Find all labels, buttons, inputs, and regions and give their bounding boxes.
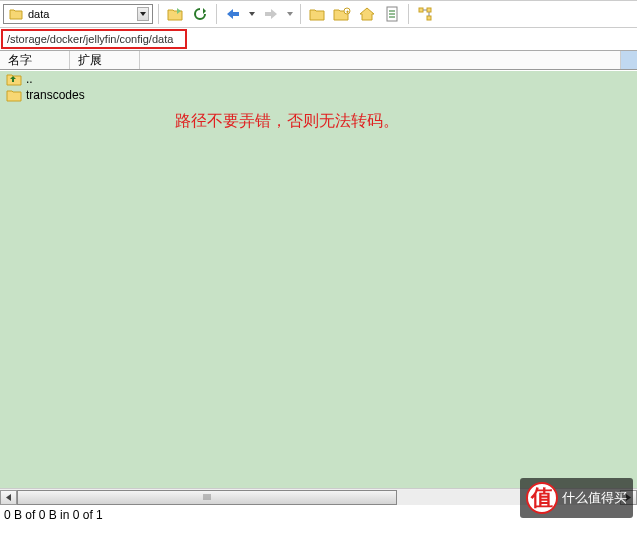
path-selector[interactable]: data: [3, 4, 153, 24]
column-name[interactable]: 名字: [0, 51, 70, 69]
folder-icon: [6, 88, 22, 102]
svg-rect-5: [427, 16, 431, 20]
watermark-text: 什么值得买: [562, 489, 627, 507]
home-button[interactable]: [356, 3, 378, 25]
svg-rect-3: [419, 8, 423, 12]
svg-rect-4: [427, 8, 431, 12]
open-folder-button[interactable]: [164, 3, 186, 25]
status-text: 0 B of 0 B in 0 of 1: [4, 508, 103, 522]
parent-folder-icon: [6, 72, 22, 86]
list-item[interactable]: ..: [0, 71, 637, 87]
watermark: 值 什么值得买: [520, 478, 633, 518]
back-dropdown[interactable]: [247, 3, 257, 25]
scroll-left-button[interactable]: [0, 490, 17, 505]
tree-view-button[interactable]: [414, 3, 436, 25]
current-folder-label: data: [28, 8, 134, 20]
column-ext[interactable]: 扩展: [70, 51, 140, 69]
column-end: [621, 51, 637, 69]
separator: [216, 4, 217, 24]
item-name: ..: [26, 72, 33, 86]
annotation-text: 路径不要弄错，否则无法转码。: [175, 111, 399, 132]
refresh-button[interactable]: [189, 3, 211, 25]
watermark-logo-icon: 值: [526, 482, 558, 514]
forward-button[interactable]: [260, 3, 282, 25]
svg-text:✦: ✦: [345, 9, 350, 15]
chevron-down-icon[interactable]: [137, 7, 149, 21]
column-header: 名字 扩展: [0, 50, 637, 70]
separator: [300, 4, 301, 24]
toolbar: data ✦: [0, 0, 637, 28]
new-folder-button[interactable]: ✦: [331, 3, 353, 25]
document-button[interactable]: [381, 3, 403, 25]
folder-button[interactable]: [306, 3, 328, 25]
forward-dropdown[interactable]: [285, 3, 295, 25]
item-name: transcodes: [26, 88, 85, 102]
back-button[interactable]: [222, 3, 244, 25]
column-spacer: [140, 51, 621, 69]
separator: [158, 4, 159, 24]
file-list: .. transcodes 路径不要弄错，否则无法转码。: [0, 70, 637, 488]
list-item[interactable]: transcodes: [0, 87, 637, 103]
address-path: /storage/docker/jellyfin/config/data: [7, 33, 173, 45]
address-bar[interactable]: /storage/docker/jellyfin/config/data: [1, 29, 187, 49]
scroll-thumb[interactable]: [17, 490, 397, 505]
separator: [408, 4, 409, 24]
folder-icon: [7, 5, 25, 23]
